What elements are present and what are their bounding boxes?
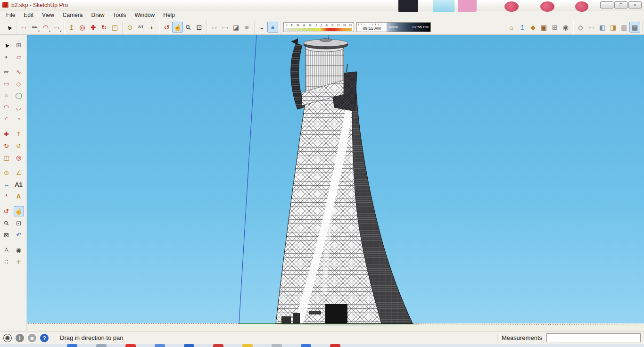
move-tool-icon[interactable]: ✚ <box>88 22 99 33</box>
zoom-extents-tool-icon[interactable]: ⊠ <box>1 230 12 240</box>
shadow-date-slider[interactable]: JFMAMJJASOND <box>283 22 354 32</box>
follow-me-tool-icon[interactable]: ↺ <box>14 140 24 151</box>
taskbar-app-10[interactable] <box>330 344 340 347</box>
walk-tool-icon[interactable]: ∷ <box>1 256 12 267</box>
section-plane-tool-icon[interactable]: ▱ <box>209 22 220 33</box>
menu-item-view[interactable]: View <box>38 11 58 19</box>
tape-measure-tool-icon[interactable]: ⊙ <box>124 22 135 33</box>
hidden-line-style-icon[interactable]: ▭ <box>586 22 597 33</box>
scale-tool-icon[interactable]: ◰ <box>109 22 120 33</box>
circle-tool-icon[interactable]: ○ <box>1 90 12 100</box>
dimension-tool-icon[interactable]: ↔ <box>1 179 12 190</box>
tape-measure-tool-icon[interactable]: ⊙ <box>1 167 12 178</box>
three-point-arc-tool-icon[interactable]: ◜ <box>1 114 12 124</box>
menu-item-window[interactable]: Window <box>131 11 159 19</box>
taskbar-app-3[interactable] <box>125 344 136 347</box>
shape-tool-icon[interactable]: ▭▾ <box>51 22 62 33</box>
orbit-tool-icon[interactable]: ↺ <box>161 22 172 33</box>
text-tool-icon[interactable]: A1 <box>135 22 146 33</box>
taskbar-app-9[interactable] <box>301 344 311 347</box>
line-tool-icon-dropdown[interactable]: ▾ <box>38 30 40 33</box>
help-icon[interactable]: ? <box>40 334 49 342</box>
shadow-time-slider[interactable]: 09:15 AM Noon 07:56 PM <box>356 22 431 32</box>
rectangle-tool-icon[interactable]: ▭ <box>1 78 12 89</box>
model-info-icon[interactable]: ◉ <box>560 22 571 33</box>
text-tool-icon[interactable]: A1 <box>14 179 24 190</box>
line-tool-icon[interactable]: ✏▾ <box>29 22 40 33</box>
taskbar-app-6[interactable] <box>213 344 223 347</box>
freehand-tool-icon[interactable]: ∿ <box>14 66 24 77</box>
3d-text-tool-icon[interactable]: A <box>14 191 24 201</box>
display-section-cuts-icon[interactable]: ◪ <box>231 22 241 33</box>
rotate-tool-icon[interactable]: ↻ <box>1 140 12 151</box>
display-section-fill-icon[interactable]: ■ <box>241 22 252 33</box>
close-button[interactable]: × <box>628 1 642 8</box>
pie-tool-icon[interactable]: ◔ <box>14 114 24 124</box>
taskbar-app-5[interactable] <box>184 344 194 347</box>
previous-view-icon[interactable]: ↶ <box>14 230 24 240</box>
line-tool-icon[interactable]: ✏ <box>1 66 12 77</box>
share-model-icon[interactable]: ↥ <box>517 22 528 33</box>
zoom-extents-tool-icon[interactable]: ⊡ <box>194 22 205 33</box>
taskbar-app-8[interactable] <box>272 344 282 347</box>
paint-bucket-tool-icon[interactable]: ◗ <box>146 22 157 33</box>
pan-tool-icon[interactable]: ☝ <box>172 22 183 33</box>
styles-panel-icon[interactable]: ▤ <box>629 22 640 33</box>
offset-tool-icon[interactable]: ◎ <box>14 152 24 163</box>
wireframe-style-icon[interactable]: ◇ <box>575 22 586 33</box>
push-pull-tool-icon[interactable]: ↥ <box>14 129 24 139</box>
push-pull-tool-icon[interactable]: ↥ <box>66 22 77 33</box>
rotate-tool-icon[interactable]: ↻ <box>99 22 109 33</box>
minimize-button[interactable]: ─ <box>600 1 613 8</box>
orbit-tool-icon[interactable]: ↺ <box>1 206 12 216</box>
zoom-tool-icon[interactable]: ⚲ <box>183 22 194 33</box>
arc-tool-icon[interactable]: ◠ <box>1 102 12 112</box>
offset-tool-icon[interactable]: ◎ <box>77 22 88 33</box>
measurements-input[interactable] <box>546 333 641 342</box>
rotated-rectangle-tool-icon[interactable]: ◇ <box>14 78 24 89</box>
monochrome-style-icon[interactable]: ▥ <box>619 22 629 33</box>
shadow-time-track[interactable]: Noon 07:56 PM <box>387 23 430 32</box>
arc-tool-icon[interactable]: ◠▾ <box>40 22 51 33</box>
protractor-tool-icon[interactable]: ∠ <box>14 167 24 178</box>
geo-location-icon[interactable]: ◉ <box>3 334 12 342</box>
make-component-icon[interactable]: ⊞ <box>14 40 24 50</box>
share-component-icon[interactable]: ◆ <box>528 22 538 33</box>
extension-warehouse-icon[interactable]: ⊞ <box>549 22 560 33</box>
shape-tool-icon-dropdown[interactable]: ▾ <box>60 30 61 33</box>
arc-tool-icon-dropdown[interactable]: ▾ <box>49 30 50 33</box>
menu-item-help[interactable]: Help <box>159 11 179 19</box>
xray-mode-icon[interactable]: ◒ <box>256 22 267 33</box>
shaded-style-icon[interactable]: ◧ <box>597 22 608 33</box>
scale-tool-icon[interactable]: ◰ <box>1 152 12 163</box>
account-avatar-icon[interactable]: ☻ <box>28 334 36 342</box>
maximize-button[interactable]: □ <box>614 1 627 8</box>
shaded-textures-style-icon[interactable]: ◨ <box>608 22 619 33</box>
menu-item-camera[interactable]: Camera <box>58 11 87 19</box>
taskbar-app-7[interactable] <box>242 344 253 347</box>
select-tool-icon[interactable]: ▲ <box>1 40 12 50</box>
polygon-tool-icon[interactable]: ◯ <box>14 90 24 100</box>
get-models-icon[interactable]: ⌂ <box>506 22 517 33</box>
eraser-tool-icon[interactable]: ▱ <box>18 22 29 33</box>
display-section-planes-icon[interactable]: ▭ <box>220 22 231 33</box>
position-camera-tool-icon[interactable]: ♙ <box>1 245 12 255</box>
eraser-icon[interactable]: ▱ <box>14 51 24 62</box>
model-viewport[interactable] <box>27 35 644 331</box>
taskbar-app-1[interactable] <box>67 344 77 347</box>
menu-item-file[interactable]: File <box>2 11 19 19</box>
section-plane-icon[interactable]: ✛ <box>14 256 24 267</box>
taskbar-app-4[interactable] <box>155 344 165 347</box>
look-around-tool-icon[interactable]: ◉ <box>14 245 24 255</box>
zoom-window-tool-icon[interactable]: ⊡ <box>14 218 24 228</box>
select-tool-icon[interactable]: ▲ <box>3 22 14 33</box>
pan-tool-icon[interactable]: ☝ <box>14 206 24 216</box>
taskbar-app-2[interactable] <box>96 344 107 347</box>
menu-item-edit[interactable]: Edit <box>19 11 38 19</box>
move-tool-icon[interactable]: ✚ <box>1 129 12 139</box>
menu-item-tools[interactable]: Tools <box>109 11 131 19</box>
axes-tool-icon[interactable]: * <box>1 191 12 201</box>
components-panel-icon[interactable]: ▣ <box>538 22 549 33</box>
zoom-tool-icon[interactable]: ⚲ <box>1 218 12 228</box>
paint-bucket-icon[interactable]: ◗ <box>1 51 12 62</box>
